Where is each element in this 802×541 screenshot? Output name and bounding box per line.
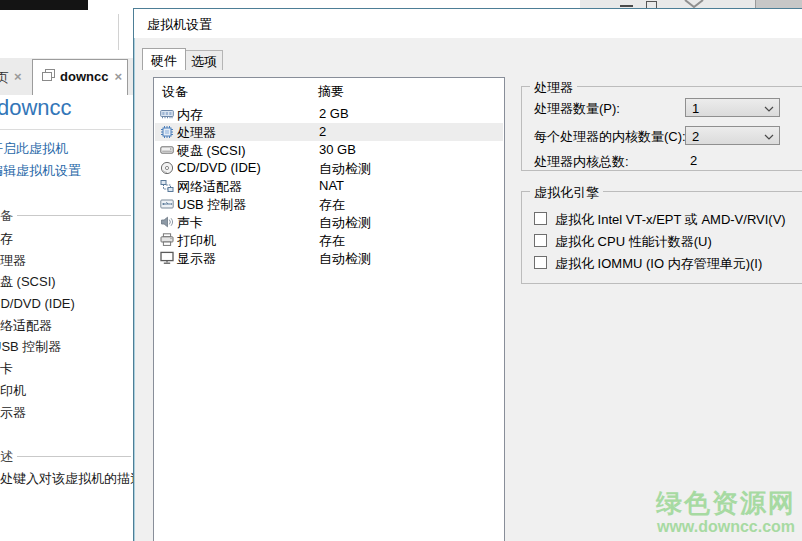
sidebar-device-processor[interactable]: 处理器 <box>0 250 133 272</box>
vm-tab-icon <box>41 68 56 83</box>
harddisk-icon <box>160 143 174 157</box>
checkbox-vtx[interactable] <box>534 212 547 225</box>
screen: 主页 × downcc × downcc 开启此虚拟机 编辑虚拟机设置 设备 内… <box>0 0 802 541</box>
table-row-processor[interactable]: 处理器 2 <box>155 123 503 141</box>
vm-settings-dialog: 虚拟机设置 硬件 选项 设备 摘要 内存 2 GB 处理器 2 硬盘 (SCSI… <box>133 8 802 541</box>
dialog-title: 虚拟机设置 <box>147 16 212 34</box>
link-edit-vm-settings[interactable]: 编辑虚拟机设置 <box>0 162 81 180</box>
sidebar-devices-header: 设备 <box>0 207 13 225</box>
minimize-icon[interactable] <box>620 5 633 7</box>
sidebar-device-network[interactable]: 网络适配器 <box>0 315 133 337</box>
tab-strip: 主页 × downcc × <box>0 58 133 95</box>
sidebar-device-list: 内存 处理器 硬盘 (SCSI) CD/DVD (IDE) 网络适配器 USB … <box>0 228 133 423</box>
close-icon[interactable]: × <box>14 69 22 84</box>
table-row-cd[interactable]: CD/DVD (IDE) 自动检测 <box>155 159 503 177</box>
tab-downcc[interactable]: downcc × <box>32 59 128 95</box>
chevron-down-icon <box>764 134 774 140</box>
watermark: 绿色资源网 www.downcc.com <box>650 489 802 537</box>
table-row-display[interactable]: 显示器 自动检测 <box>155 249 503 267</box>
total-cores-label: 处理器内核总数: <box>534 153 629 171</box>
table-row-sound[interactable]: 声卡 自动检测 <box>155 213 503 231</box>
processor-icon <box>160 125 174 139</box>
chevron-down-icon <box>764 106 774 112</box>
sidebar-device-cd[interactable]: CD/DVD (IDE) <box>0 293 133 315</box>
divider <box>17 215 131 216</box>
sound-icon <box>160 215 174 229</box>
toolbar-fragment <box>580 0 755 8</box>
menu-separator <box>118 14 119 50</box>
checkbox-iommu[interactable] <box>534 256 547 269</box>
processors-group: 处理器 处理器数量(P): 1 每个处理器的内核数量(C): 2 处理器内核总数… <box>521 86 802 171</box>
network-icon <box>160 179 174 193</box>
cd-icon <box>160 161 174 175</box>
window-titlebar-fragment <box>0 0 88 10</box>
dialog-titlebar[interactable]: 虚拟机设置 <box>134 9 802 38</box>
divider <box>0 129 131 130</box>
memory-icon <box>160 107 174 121</box>
column-header-device: 设备 <box>162 83 188 101</box>
printer-icon <box>160 233 174 247</box>
cores-per-processor-select[interactable]: 2 <box>685 126 780 145</box>
sidebar-device-usb[interactable]: USB 控制器 <box>0 336 133 358</box>
processor-count-select[interactable]: 1 <box>685 98 780 117</box>
total-cores-value: 2 <box>690 153 697 168</box>
chevron-down-icon[interactable] <box>682 0 706 8</box>
display-icon <box>160 251 174 265</box>
link-power-on-vm[interactable]: 开启此虚拟机 <box>0 140 68 158</box>
table-row-network[interactable]: 网络适配器 NAT <box>155 177 503 195</box>
virtualization-group: 虚拟化引擎 虚拟化 Intel VT-x/EPT 或 AMD-V/RVI(V) … <box>521 191 802 284</box>
sidebar-device-memory[interactable]: 内存 <box>0 228 133 250</box>
tab-options[interactable]: 选项 <box>186 50 223 70</box>
vm-name-title: downcc <box>0 95 72 121</box>
column-header-summary: 摘要 <box>318 83 344 101</box>
table-row-printer[interactable]: 打印机 存在 <box>155 231 503 249</box>
processor-count-label: 处理器数量(P): <box>534 100 620 118</box>
checkbox-cpu-counters[interactable] <box>534 234 547 247</box>
watermark-url: www.downcc.com <box>650 517 802 537</box>
device-table: 设备 摘要 内存 2 GB 处理器 2 硬盘 (SCSI) 30 GB CD/D… <box>153 77 505 541</box>
virtualization-group-title: 虚拟化引擎 <box>530 184 603 202</box>
processors-group-title: 处理器 <box>530 79 577 97</box>
table-row-memory[interactable]: 内存 2 GB <box>155 105 503 123</box>
watermark-title: 绿色资源网 <box>650 489 802 517</box>
usb-icon <box>160 197 174 211</box>
sidebar-device-printer[interactable]: 打印机 <box>0 380 133 402</box>
sidebar-device-display[interactable]: 显示器 <box>0 402 133 424</box>
tab-hardware[interactable]: 硬件 <box>142 48 186 70</box>
maximize-icon[interactable] <box>646 1 657 8</box>
cores-per-processor-label: 每个处理器的内核数量(C): <box>534 128 686 146</box>
divider <box>17 456 131 457</box>
tab-home-partial[interactable]: 主页 <box>0 69 9 87</box>
sidebar-device-sound[interactable]: 声卡 <box>0 358 133 380</box>
table-row-usb[interactable]: USB 控制器 存在 <box>155 195 503 213</box>
toolbar-fragment-dark <box>755 0 802 8</box>
sidebar-description-header: 描述 <box>0 448 13 466</box>
table-row-harddisk[interactable]: 硬盘 (SCSI) 30 GB <box>155 141 503 159</box>
close-icon[interactable]: × <box>114 69 122 84</box>
tab-downcc-label: downcc <box>60 69 108 84</box>
sidebar-device-harddisk[interactable]: 硬盘 (SCSI) <box>0 271 133 293</box>
